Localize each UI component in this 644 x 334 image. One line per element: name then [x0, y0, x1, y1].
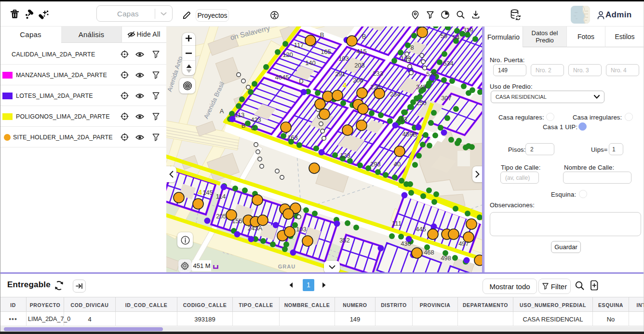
svg-text:243A: 243A: [248, 225, 263, 232]
svg-text:498: 498: [441, 254, 451, 262]
svg-text:A: A: [220, 107, 224, 115]
svg-text:250: 250: [416, 99, 427, 107]
svg-text:54: 54: [453, 34, 459, 41]
svg-text:413: 413: [397, 116, 407, 123]
svg-text:293: 293: [370, 160, 381, 168]
svg-text:497: 497: [458, 240, 469, 247]
svg-text:B: B: [362, 33, 366, 40]
svg-text:445: 445: [416, 226, 426, 233]
svg-text:430: 430: [401, 240, 411, 247]
svg-text:4: 4: [343, 81, 347, 89]
svg-text:103: 103: [296, 226, 307, 233]
svg-text:423: 423: [251, 116, 261, 123]
svg-text:307: 307: [441, 94, 452, 102]
svg-text:468: 468: [424, 249, 434, 256]
svg-text:352: 352: [339, 237, 350, 244]
svg-text:291: 291: [335, 70, 346, 78]
svg-text:233: 233: [373, 70, 383, 77]
svg-text:226: 226: [370, 83, 381, 91]
svg-text:415: 415: [356, 48, 367, 55]
svg-text:203: 203: [354, 62, 365, 69]
svg-text:165: 165: [321, 48, 331, 55]
svg-text:534: 534: [443, 60, 454, 67]
svg-text:120: 120: [282, 51, 293, 58]
svg-text:123: 123: [340, 152, 350, 159]
svg-text:B: B: [320, 31, 324, 39]
svg-text:8: 8: [410, 44, 414, 51]
svg-text:526: 526: [426, 70, 437, 78]
svg-text:113: 113: [235, 111, 245, 119]
svg-text:4: 4: [198, 188, 202, 196]
svg-text:111: 111: [392, 220, 402, 227]
svg-text:B: B: [242, 122, 246, 129]
svg-text:GRAU: GRAU: [278, 264, 295, 269]
svg-text:145: 145: [202, 189, 213, 196]
svg-text:459B: 459B: [402, 131, 417, 138]
svg-text:59: 59: [441, 32, 447, 40]
svg-text:117: 117: [294, 41, 304, 49]
svg-text:C: C: [251, 124, 255, 132]
svg-text:4045: 4045: [275, 74, 289, 81]
svg-text:103: 103: [338, 55, 349, 62]
svg-text:163: 163: [287, 134, 298, 141]
svg-text:155: 155: [232, 217, 242, 225]
svg-text:345: 345: [416, 83, 427, 91]
svg-text:D: D: [299, 78, 303, 85]
svg-text:114: 114: [216, 193, 226, 200]
svg-text:140: 140: [305, 59, 316, 67]
svg-text:205: 205: [216, 213, 227, 220]
svg-text:40: 40: [394, 160, 401, 168]
svg-text:234: 234: [390, 91, 401, 98]
svg-text:123: 123: [401, 55, 411, 62]
svg-text:206: 206: [353, 77, 363, 84]
svg-text:319: 319: [463, 27, 473, 34]
